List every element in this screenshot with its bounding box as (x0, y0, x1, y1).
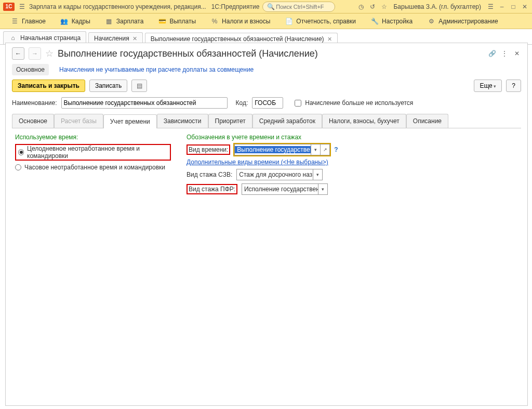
user-name[interactable]: Барышева З.А. (гл. бухгалтер) (391, 3, 483, 10)
vid-vremeni-value: Выполнение государстве (235, 146, 311, 153)
not-used-checkbox[interactable]: Начисление больше не используется (292, 98, 413, 108)
history-icon[interactable]: ↺ (368, 3, 377, 11)
combo-dropdown-icon[interactable]: ▾ (318, 184, 327, 194)
subtab-prioritet[interactable]: Приоритет (208, 114, 252, 128)
combo-dropdown-icon[interactable]: ▾ (311, 144, 320, 155)
form-subtabs: Основное Расчет базы Учет времени Зависи… (12, 114, 521, 128)
people-icon: 👥 (60, 17, 69, 25)
menu-nastroika-label: Настройка (382, 18, 413, 25)
not-used-label: Начисление больше не используется (305, 99, 413, 107)
kebab-icon[interactable]: ⋮ (500, 49, 509, 58)
panel-nav-exclusions-link[interactable]: Начисления не учитываемые при расчете до… (55, 64, 258, 75)
vid-vremeni-combo[interactable]: Выполнение государстве ▾ ↗ (234, 144, 330, 155)
panel-nav: Основное Начисления не учитываемые при р… (12, 64, 258, 75)
menu-nalogi-label: Налоги и взносы (222, 18, 270, 25)
basic-fields: Наименование: Код: Начисление больше не … (6, 96, 527, 114)
menu-main-label: Главное (22, 18, 46, 25)
panel-nav-main[interactable]: Основное (12, 64, 49, 75)
home-icon: ⌂ (9, 34, 17, 42)
stazh-pfr-label: Вид стажа ПФР: (187, 184, 237, 194)
bell-icon[interactable]: ◷ (357, 3, 365, 11)
settings-lines-icon[interactable]: ☰ (486, 3, 495, 11)
not-used-checkbox-input[interactable] (295, 100, 301, 107)
titlebar: 1C ☰ Зарплата и кадры государственного у… (0, 0, 532, 14)
designations-label: Обозначения в учете времени и стажах (187, 134, 338, 141)
time-accounting-tab-body: Используемое время: Целодневное неотрабо… (6, 128, 527, 203)
menu-zarplata-label: Зарплата (116, 18, 144, 25)
menu-otchet-label: Отчетность, справки (296, 18, 356, 25)
platform-name: 1С:Предприятие (211, 3, 260, 10)
save-and-close-button[interactable]: Записать и закрыть (12, 80, 85, 92)
minimize-icon[interactable]: – (498, 3, 506, 11)
stazh-szv-label: Вид стажа СЗВ: (187, 171, 232, 178)
page-title: Выполнениие государственных обязанностей… (58, 48, 318, 59)
combo-open-icon[interactable]: ↗ (320, 144, 329, 155)
global-search[interactable]: 🔍 (262, 2, 335, 12)
form-header: ← → ☆ Выполнениие государственных обязан… (12, 47, 521, 60)
link-icon[interactable]: 🔗 (488, 49, 496, 58)
favorite-star-icon[interactable]: ☆ (45, 49, 54, 58)
wrench-icon: 🔧 (370, 17, 379, 25)
main-menu: ☰Главное 👥Кадры ▦Зарплата 💳Выплаты %Нало… (0, 14, 532, 29)
table-icon: ▦ (105, 17, 113, 25)
more-button[interactable]: Еще (474, 80, 502, 92)
menu-vyplaty[interactable]: 💳Выплаты (151, 14, 203, 29)
menu-nastroika[interactable]: 🔧Настройка (363, 14, 420, 29)
close-icon[interactable]: ✕ (327, 36, 332, 43)
stazh-pfr-value: Исполнение государствен (242, 186, 318, 193)
name-input[interactable] (61, 97, 228, 109)
search-icon: 🔍 (267, 3, 275, 11)
gear-icon: ⚙ (427, 17, 435, 25)
radio-dot-icon (15, 164, 21, 170)
toolbar: Записать и закрыть Записать ▤ Еще ? (6, 75, 527, 96)
maximize-icon[interactable]: □ (509, 3, 517, 11)
used-time-label: Используемое время: (15, 134, 171, 141)
code-input[interactable] (252, 97, 283, 109)
code-label: Код: (236, 99, 248, 107)
stazh-pfr-combo[interactable]: Исполнение государствен ▾ (242, 183, 328, 195)
menu-main[interactable]: ☰Главное (3, 14, 53, 29)
app-title: Зарплата и кадры государственного учрежд… (29, 3, 206, 10)
subtab-osnovnoe[interactable]: Основное (12, 114, 54, 128)
close-window-icon[interactable]: ✕ (521, 3, 529, 11)
radio-fullday[interactable]: Целодневное неотработанное время и коман… (15, 144, 171, 161)
subtab-zavisimosti[interactable]: Зависимости (157, 114, 208, 128)
menu-zarplata[interactable]: ▦Зарплата (98, 14, 151, 29)
subtab-nalogi[interactable]: Налоги, взносы, бухучет (322, 114, 406, 128)
close-icon[interactable]: ✕ (132, 35, 137, 42)
checklist-button[interactable]: ▤ (131, 80, 147, 92)
hamburger-icon[interactable]: ☰ (18, 3, 26, 11)
radio-hourly[interactable]: Часовое неотработанное время и командиро… (15, 163, 171, 172)
menu-otchet[interactable]: 📄Отчетность, справки (277, 14, 363, 29)
combo-dropdown-icon[interactable]: ▾ (313, 169, 322, 180)
stazh-szv-combo[interactable]: Стаж для досрочного наз ▾ (236, 169, 323, 180)
radio-dot-icon (18, 149, 24, 155)
stazh-szv-value: Стаж для досрочного наз (237, 171, 313, 178)
menu-nalogi[interactable]: %Налоги и взносы (203, 14, 277, 29)
help-button[interactable]: ? (506, 80, 521, 92)
name-label: Наименование: (12, 99, 57, 107)
wallet-icon: 💳 (158, 17, 166, 25)
subtab-raschet-bazy[interactable]: Расчет базы (54, 114, 103, 128)
global-search-input[interactable] (275, 3, 330, 10)
save-button[interactable]: Записать (89, 80, 127, 92)
menu-admin[interactable]: ⚙Администрирование (420, 14, 505, 29)
logo-1c: 1C (3, 3, 15, 11)
tab-accruals-label: Начисления (94, 35, 129, 42)
radio-hourly-label: Часовое неотработанное время и командиро… (24, 164, 165, 171)
menu-vyplaty-label: Выплаты (169, 18, 196, 25)
subtab-opisanie[interactable]: Описание (406, 114, 448, 128)
subtab-uchet-vremeni[interactable]: Учет времени (103, 114, 157, 128)
close-form-icon[interactable]: ✕ (513, 49, 521, 58)
checklist-icon: ▤ (135, 82, 143, 90)
vid-vremeni-label: Вид времени: (187, 144, 230, 155)
star-icon[interactable]: ☆ (380, 3, 388, 11)
nav-back-button[interactable]: ← (12, 47, 24, 60)
percent-icon: % (210, 17, 219, 25)
nav-forward-button[interactable]: → (29, 47, 41, 60)
menu-kadry[interactable]: 👥Кадры (53, 14, 98, 29)
extra-time-types-link[interactable]: Дополнительные виды времени (<Не выбраны… (187, 159, 328, 166)
help-question-icon[interactable]: ? (334, 146, 338, 153)
tab-start-page-label: Начальная страница (20, 34, 81, 42)
subtab-sr-zarabotok[interactable]: Средний заработок (252, 114, 322, 128)
